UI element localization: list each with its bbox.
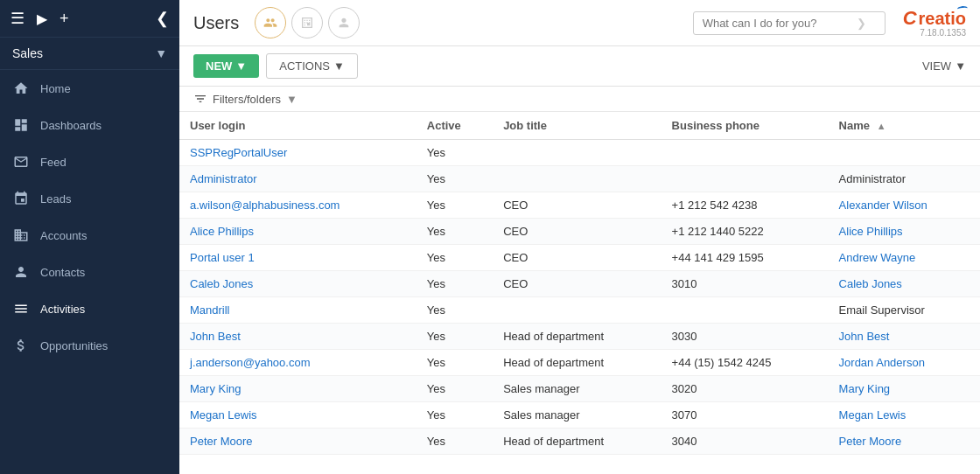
table-row: John BestYesHead of department3030John B… <box>179 324 980 350</box>
cell-user-login[interactable]: Administrator <box>179 166 416 192</box>
col-header-name[interactable]: Name ▲ <box>829 112 980 140</box>
logo-version: 7.18.0.1353 <box>920 28 966 38</box>
cell-business-phone: +1 212 542 4238 <box>662 192 829 219</box>
new-button-label: NEW <box>206 59 232 73</box>
cell-name: Administrator <box>829 166 980 192</box>
activities-icon <box>12 300 30 317</box>
col-name-label: Name <box>839 119 870 132</box>
cell-name[interactable]: Mary King <box>829 376 980 402</box>
table-row: AdministratorYesAdministrator <box>179 166 980 192</box>
cell-user-login[interactable]: Megan Lewis <box>179 402 416 429</box>
cell-user-login[interactable]: Mary King <box>179 376 416 402</box>
cell-name[interactable]: Alexander Wilson <box>829 192 980 219</box>
cell-business-phone <box>662 140 829 166</box>
cell-active: Yes <box>416 402 493 429</box>
sidebar-item-label-home: Home <box>40 82 71 95</box>
filters-dropdown-arrow[interactable]: ▼ <box>286 93 298 106</box>
cell-name[interactable]: Megan Lewis <box>829 402 980 429</box>
cell-job-title: Head of department <box>493 324 661 350</box>
sales-label: Sales <box>12 46 43 60</box>
cell-user-login[interactable]: Caleb Jones <box>179 271 416 297</box>
cell-user-login[interactable]: j.anderson@yahoo.com <box>179 350 416 376</box>
cell-user-login[interactable]: Alice Phillips <box>179 219 416 245</box>
back-icon[interactable]: ❮ <box>156 9 169 28</box>
cell-name <box>829 140 980 166</box>
col-job-title-label: Job title <box>503 119 547 132</box>
cell-user-login[interactable]: Mandrill <box>179 297 416 324</box>
users-table: User login Active Job title Business pho… <box>179 112 980 455</box>
table-row: a.wilson@alphabusiness.comYesCEO+1 212 5… <box>179 192 980 219</box>
actions-button-label: ACTIONS <box>279 59 330 73</box>
col-header-job-title[interactable]: Job title <box>493 112 661 140</box>
person-view-button[interactable] <box>328 7 360 38</box>
search-arrow-icon: ❯ <box>857 17 866 30</box>
header-icon-group <box>255 7 360 38</box>
creatio-logo: C reatio 7.18.0.1353 <box>903 9 966 38</box>
sidebar-item-accounts[interactable]: Accounts <box>0 217 179 254</box>
play-icon[interactable]: ▶ <box>37 10 47 27</box>
page-title: Users <box>193 13 239 33</box>
cell-name[interactable]: Caleb Jones <box>829 271 980 297</box>
filters-folders-label[interactable]: Filters/folders <box>213 93 281 106</box>
cell-active: Yes <box>416 140 493 166</box>
cell-name[interactable]: John Best <box>829 324 980 350</box>
table-row: Portal user 1YesCEO+44 141 429 1595Andre… <box>179 245 980 271</box>
cell-job-title: CEO <box>493 219 661 245</box>
leads-icon <box>12 190 30 207</box>
sidebar-item-opportunities[interactable]: Opportunities <box>0 327 179 364</box>
cell-job-title: CEO <box>493 271 661 297</box>
actions-button[interactable]: ACTIONS ▼ <box>266 53 358 79</box>
col-active-label: Active <box>427 119 461 132</box>
view-button[interactable]: VIEW ▼ <box>922 59 966 73</box>
global-search-box[interactable]: ❯ <box>693 11 886 35</box>
add-icon[interactable]: + <box>60 10 69 28</box>
opportunities-icon <box>12 337 30 354</box>
cell-name[interactable]: Andrew Wayne <box>829 245 980 271</box>
col-header-user-login[interactable]: User login <box>179 112 416 140</box>
main-header: Users ❯ C reatio 7.18 <box>179 0 980 46</box>
sales-section[interactable]: Sales ▼ <box>0 38 179 70</box>
cell-user-login[interactable]: a.wilson@alphabusiness.com <box>179 192 416 219</box>
name-sort-asc-icon: ▲ <box>877 121 886 131</box>
contacts-icon <box>12 263 30 281</box>
cell-active: Yes <box>416 192 493 219</box>
search-input[interactable] <box>703 17 851 30</box>
sidebar: ☰ ▶ + ❮ Sales ▼ Home Dashboards Feed <box>0 0 179 474</box>
cell-name[interactable]: Peter Moore <box>829 429 980 455</box>
cell-name[interactable]: Alice Phillips <box>829 219 980 245</box>
new-button[interactable]: NEW ▼ <box>193 54 259 78</box>
view-dropdown-arrow: ▼ <box>955 59 966 73</box>
sidebar-item-label-accounts: Accounts <box>40 229 87 242</box>
cell-active: Yes <box>416 324 493 350</box>
sidebar-item-contacts[interactable]: Contacts <box>0 254 179 290</box>
cell-job-title: Sales manager <box>493 376 661 402</box>
org-chart-view-button[interactable] <box>291 7 323 38</box>
menu-icon[interactable]: ☰ <box>10 9 24 28</box>
users-view-button[interactable] <box>255 7 286 38</box>
sidebar-item-home[interactable]: Home <box>0 70 179 107</box>
sidebar-item-label-feed: Feed <box>40 156 66 169</box>
sidebar-item-feed[interactable]: Feed <box>0 143 179 180</box>
table-header-row: User login Active Job title Business pho… <box>179 112 980 140</box>
cell-user-login[interactable]: Peter Moore <box>179 429 416 455</box>
main-content: Users ❯ C reatio 7.18 <box>179 0 980 474</box>
table-row: Mary KingYesSales manager3020Mary King <box>179 376 980 402</box>
col-header-active[interactable]: Active <box>416 112 493 140</box>
view-button-label: VIEW <box>922 59 951 73</box>
table-row: Alice PhillipsYesCEO+1 212 1440 5222Alic… <box>179 219 980 245</box>
cell-active: Yes <box>416 245 493 271</box>
cell-name[interactable]: Jordan Anderson <box>829 350 980 376</box>
cell-active: Yes <box>416 271 493 297</box>
cell-user-login[interactable]: SSPRegPortalUser <box>179 140 416 166</box>
sidebar-item-dashboards[interactable]: Dashboards <box>0 107 179 143</box>
cell-active: Yes <box>416 429 493 455</box>
cell-user-login[interactable]: John Best <box>179 324 416 350</box>
cell-user-login[interactable]: Portal user 1 <box>179 245 416 271</box>
toolbar: NEW ▼ ACTIONS ▼ VIEW ▼ <box>179 46 980 87</box>
users-table-container: User login Active Job title Business pho… <box>179 112 980 474</box>
sidebar-item-activities[interactable]: Activities <box>0 290 179 327</box>
filter-icon <box>193 92 207 106</box>
cell-job-title <box>493 297 661 324</box>
sidebar-item-leads[interactable]: Leads <box>0 180 179 217</box>
col-header-business-phone[interactable]: Business phone <box>662 112 829 140</box>
